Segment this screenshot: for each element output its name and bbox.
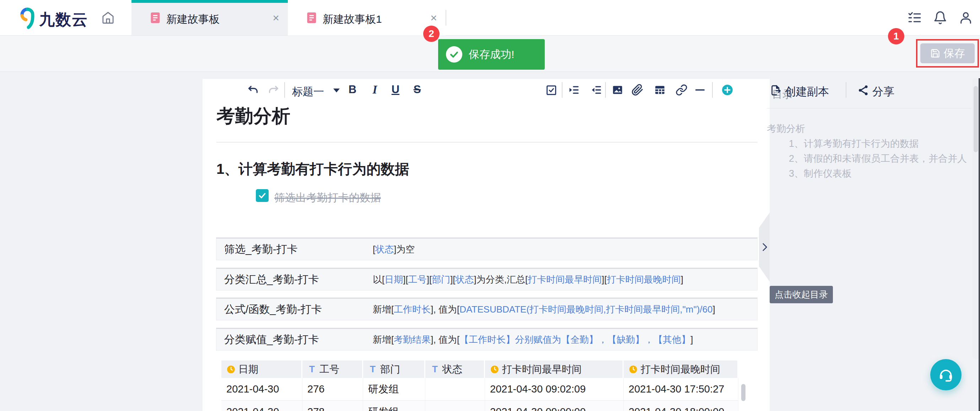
document-title[interactable]: 考勤分析	[216, 104, 290, 129]
toolbar-divider	[605, 82, 606, 98]
task-list-icon[interactable]	[907, 11, 922, 25]
step-card-description: 新增[考勤结果], 值为[【工作时长】分别赋值为【全勤】，【缺勤】，【其他】]	[373, 333, 693, 346]
toc-tooltip: 点击收起目录	[770, 286, 833, 303]
share-button[interactable]: 分享	[872, 84, 894, 99]
section-heading-1[interactable]: 1、计算考勤有打卡行为的数据	[216, 159, 409, 179]
window-edge	[978, 78, 980, 411]
tab-close-icon[interactable]: ×	[272, 11, 279, 24]
chevron-down-icon[interactable]	[333, 89, 340, 92]
toolbar-divider	[846, 82, 846, 98]
insert-plus-icon[interactable]	[721, 84, 733, 96]
logo-icon	[19, 6, 35, 30]
datetime-icon	[490, 365, 499, 374]
notification-bell-icon[interactable]	[933, 11, 947, 25]
step-card-description: [状态]为空	[373, 243, 415, 256]
create-copy-button[interactable]: 创建副本	[785, 84, 829, 99]
column-header: T 工号	[302, 360, 363, 378]
title-divider	[216, 142, 757, 143]
todo-checkbox[interactable]	[256, 189, 269, 202]
app-root: 九数云 新建故事板 ×	[0, 0, 980, 411]
toc-item-1[interactable]: 1、计算考勤有打卡行为的数据	[789, 137, 919, 150]
table-scrollbar-thumb[interactable]	[741, 384, 746, 401]
table-header-row: 日期 T 工号 T 部门 T 状态 打卡时间最早时间 打卡时间最晚时间	[221, 360, 738, 378]
tab-divider	[445, 10, 446, 25]
underline-button[interactable]: U	[390, 83, 401, 96]
top-bar: 九数云 新建故事板 ×	[0, 0, 980, 35]
column-header: 日期	[221, 360, 302, 378]
storyboard-doc-icon	[150, 11, 161, 24]
toolbar-divider	[712, 82, 713, 98]
user-avatar-icon[interactable]	[959, 11, 973, 25]
text-field-icon: T	[368, 364, 377, 375]
step-card-label: 分类赋值_考勤-打卡	[224, 333, 319, 347]
save-success-toast: 保存成功!	[438, 39, 545, 70]
text-field-icon: T	[430, 364, 439, 375]
chevron-right-icon[interactable]	[760, 242, 769, 252]
step-card-group-summary[interactable]: 分类汇总_考勤-打卡 以[日期][工号][部门][状态]为分类,汇总[打卡时间最…	[216, 268, 757, 290]
toolbar-divider	[284, 82, 285, 98]
step-card-formula[interactable]: 公式/函数_考勤-打卡 新增[工作时长], 值为[DATESUBDATE(打卡时…	[216, 298, 757, 320]
redo-icon[interactable]	[267, 84, 280, 96]
column-header: 打卡时间最晚时间	[624, 360, 738, 378]
insert-image-icon[interactable]	[611, 84, 624, 96]
column-header: T 部门	[363, 360, 425, 378]
step-card-filter[interactable]: 筛选_考勤-打卡 [状态]为空	[216, 237, 757, 260]
todo-label[interactable]: 筛选出考勤打卡的数据	[274, 191, 381, 205]
heading-style-dropdown[interactable]: 标题一	[292, 84, 324, 99]
undo-icon[interactable]	[247, 84, 259, 96]
column-header: 打卡时间最早时间	[485, 360, 624, 378]
tab-storyboard-1[interactable]: 新建故事板1 ×	[288, 0, 445, 35]
annotation-badge-1: 1	[888, 28, 904, 45]
bold-button[interactable]: B	[347, 83, 358, 96]
datetime-icon	[628, 365, 638, 374]
success-check-icon	[446, 46, 462, 62]
home-icon[interactable]	[101, 11, 115, 25]
indent-increase-icon[interactable]	[568, 84, 579, 96]
horizontal-rule-icon[interactable]	[694, 84, 706, 96]
active-tab-indicator	[132, 0, 288, 3]
tab-title: 新建故事板	[166, 12, 220, 27]
step-card-assign[interactable]: 分类赋值_考勤-打卡 新增[考勤结果], 值为[【工作时长】分别赋值为【全勤】，…	[216, 328, 757, 350]
text-field-icon: T	[307, 364, 317, 375]
datetime-icon	[226, 365, 235, 374]
create-copy-icon[interactable]	[770, 84, 782, 96]
save-floppy-icon	[930, 48, 940, 58]
insert-table-icon[interactable]	[654, 84, 666, 96]
customer-service-button[interactable]	[930, 359, 961, 390]
tab-storyboard[interactable]: 新建故事板 ×	[132, 0, 288, 35]
toolbar-divider	[562, 82, 563, 98]
tab-title: 新建故事板1	[323, 12, 382, 27]
share-icon[interactable]	[858, 84, 870, 96]
save-button[interactable]: 保存	[920, 43, 975, 63]
toc-divider	[767, 108, 972, 108]
table-row: 2021-04-30 278 研发组 2021-04-30 09:00:00 2…	[221, 401, 738, 411]
window-scrollbar-thumb[interactable]	[974, 86, 978, 152]
step-card-label: 分类汇总_考勤-打卡	[224, 272, 319, 287]
table-row: 2021-04-30 276 研发组 2021-04-30 09:02:09 2…	[221, 378, 738, 401]
column-header: T 状态	[425, 360, 485, 378]
step-card-label: 公式/函数_考勤-打卡	[224, 302, 322, 317]
toc-item-2[interactable]: 2、请假的和未请假员工合并表，并合并人员…	[789, 152, 967, 165]
task-checkbox-icon[interactable]	[545, 84, 557, 96]
italic-button[interactable]: I	[369, 83, 381, 96]
annotation-badge-2: 2	[423, 25, 439, 42]
strikethrough-button[interactable]: S	[411, 83, 423, 96]
step-card-label: 筛选_考勤-打卡	[224, 242, 298, 257]
insert-link-icon[interactable]	[676, 84, 687, 96]
toast-message: 保存成功!	[469, 47, 514, 62]
logo-text: 九数云	[39, 9, 88, 30]
tab-close-icon[interactable]: ×	[430, 11, 437, 24]
step-card-description: 新增[工作时长], 值为[DATESUBDATE(打卡时间最晚时间,打卡时间最早…	[373, 303, 715, 316]
storyboard-doc-icon	[306, 11, 317, 24]
step-card-description: 以[日期][工号][部门][状态]为分类,汇总[打卡时间最早时间][打卡时间最晚…	[373, 273, 683, 286]
indent-decrease-icon[interactable]	[590, 84, 602, 96]
toc-root-item[interactable]: 考勤分析	[767, 122, 805, 135]
save-button-label: 保存	[944, 46, 965, 61]
preview-table: 日期 T 工号 T 部门 T 状态 打卡时间最早时间 打卡时间最晚时间	[221, 360, 738, 411]
toc-item-3[interactable]: 3、制作仪表板	[789, 167, 852, 180]
attachment-paperclip-icon[interactable]	[632, 84, 643, 96]
